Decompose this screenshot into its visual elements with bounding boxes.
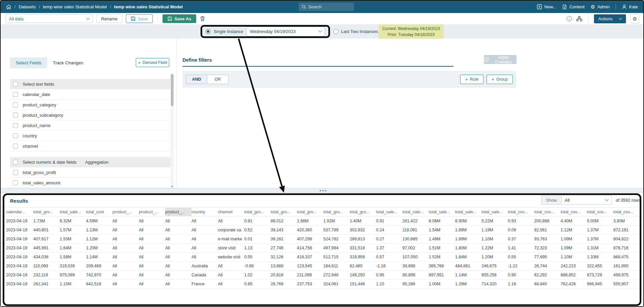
table-cell: 555,907 (613, 280, 640, 288)
drag-handle-dots[interactable] (320, 190, 326, 191)
breadcrumb-datasets[interactable]: Datasets (19, 4, 36, 9)
scrollbar-thumb[interactable] (171, 74, 174, 106)
table-cell: All (139, 262, 165, 270)
actions-button[interactable]: Actions (594, 14, 626, 23)
column-header[interactable]: total_gro... (297, 208, 323, 216)
column-header[interactable]: calendar... (6, 208, 33, 216)
table-cell: 440,601 (33, 226, 60, 234)
checkbox[interactable] (13, 133, 18, 138)
column-header[interactable]: total_cos... (587, 208, 613, 216)
content-button[interactable]: Content (562, 4, 585, 10)
table-cell: All (112, 253, 139, 261)
table-cell: 1.64M (60, 244, 86, 252)
table-header-row: calendar...total_gro...total_sale...tota… (1, 207, 643, 216)
table-row: 2023-04-19110,069319,539209,469AllAllAll… (1, 262, 643, 271)
column-header[interactable]: total_cos... (508, 208, 534, 216)
checkbox[interactable] (13, 82, 18, 87)
or-button[interactable]: OR (207, 75, 229, 84)
table-cell: 0.55 (244, 253, 271, 261)
column-header[interactable]: channel (218, 208, 244, 216)
panel-splitter[interactable] (1, 188, 643, 193)
column-header[interactable]: total_gro... (350, 208, 376, 216)
scrollbar-down-arrow[interactable]: ▾ (171, 185, 174, 188)
table-cell: 1.58M (60, 253, 86, 261)
apply-changes-button[interactable]: Apply Changes (484, 55, 517, 64)
add-group-button[interactable]: +Group (487, 75, 513, 84)
column-header[interactable]: total_sale... (481, 208, 508, 216)
table-cell: 6.90M (455, 217, 481, 225)
checkbox[interactable] (13, 160, 18, 165)
table-cell: 742,970 (86, 271, 112, 279)
table-cell: 1.80M (455, 244, 481, 252)
field-label: product_category (23, 102, 56, 107)
table-row: 2023-04-191.73M6.32M4.59MAllAllAllAllAll… (1, 217, 643, 226)
column-header[interactable]: total_cos... (534, 208, 561, 216)
new-button[interactable]: New... (537, 4, 556, 9)
info-icon[interactable]: i (567, 16, 572, 21)
instance-date-select[interactable]: Wednesday 04/19/2023 (246, 27, 325, 36)
column-header[interactable]: product_... (139, 208, 165, 216)
table-row: 2023-04-19434,0361.58M1.14MAllAllAllAllw… (1, 253, 643, 262)
derived-field-button[interactable]: + Derived Field (136, 58, 169, 67)
column-header[interactable]: total_sale... (455, 208, 481, 216)
tab-select-fields[interactable]: Select Fields (10, 57, 47, 68)
add-rule-button[interactable]: +Rule (460, 75, 484, 84)
search-input[interactable] (308, 5, 347, 9)
home-icon[interactable] (6, 4, 11, 9)
show-rows-select[interactable]: All (562, 195, 612, 205)
delete-icon[interactable] (200, 16, 205, 21)
column-header[interactable]: product_... (112, 208, 139, 216)
last-two-instances-option: Last Two Instances (333, 24, 378, 39)
column-header[interactable]: total_sale... (429, 208, 455, 216)
column-header[interactable]: total_cost (86, 208, 112, 216)
column-header[interactable]: total_sale... (376, 208, 402, 216)
last-two-instances-radio[interactable] (333, 29, 338, 34)
column-header[interactable]: product_...↑ (165, 208, 192, 216)
checkbox[interactable] (13, 92, 18, 97)
rename-button[interactable]: Rename (96, 14, 122, 23)
table-cell: 686,852 (561, 271, 587, 279)
table-cell: 1.10 (376, 280, 402, 288)
table-cell: 1.84M (455, 253, 481, 261)
table-cell: 1.73M (33, 217, 60, 225)
column-header[interactable]: total_gro... (323, 208, 350, 216)
search-box[interactable] (299, 3, 354, 11)
checkbox[interactable] (13, 113, 18, 118)
table-row: 2023-04-19232,119975,089742,970AllAllAll… (1, 271, 643, 280)
column-header[interactable]: total_cos... (561, 208, 587, 216)
table-cell: 1.89M (455, 235, 481, 243)
table-cell: 1.09M (561, 235, 587, 243)
column-header[interactable]: total_gro... (33, 208, 60, 216)
checkbox[interactable] (13, 123, 18, 128)
column-header[interactable]: total_sale... (60, 208, 86, 216)
breadcrumb-model[interactable]: temp wine sales Statistical Model (43, 4, 107, 9)
save-button[interactable]: Save (126, 14, 153, 23)
single-instance-radio[interactable] (206, 29, 211, 34)
column-header[interactable]: total_sale... (402, 208, 429, 216)
tab-track-changes[interactable]: Track Changes (47, 57, 89, 68)
column-header[interactable]: total_gro... (244, 208, 271, 216)
settings-gear-button[interactable]: ⚙ (630, 14, 639, 23)
checkbox[interactable] (13, 102, 18, 107)
column-header[interactable]: total_cos... (613, 208, 640, 216)
table-cell: 1.31M (587, 244, 613, 252)
toolbar: All data Rename Save Save As i Actions ⚙ (1, 13, 643, 24)
user-menu[interactable]: Kate (622, 4, 638, 9)
toolbar-divider (157, 15, 158, 23)
and-button[interactable]: AND (186, 75, 207, 84)
results-title: Results (10, 198, 28, 204)
admin-button[interactable]: ⚙ Admin (591, 4, 610, 9)
save-as-button[interactable]: Save As (163, 14, 196, 23)
fields-scrollbar[interactable]: ▾ (171, 73, 174, 188)
checkbox[interactable] (13, 144, 18, 149)
table-cell: All (112, 217, 139, 225)
dataset-select[interactable]: All data (5, 14, 93, 23)
checkbox[interactable] (13, 180, 18, 185)
checkbox[interactable] (13, 170, 18, 175)
define-filters-title: Define filters (183, 57, 212, 63)
table-cell: 524,782 (323, 235, 350, 243)
hierarchy-icon[interactable] (576, 16, 582, 21)
table-cell: All (112, 280, 139, 288)
column-header[interactable]: total_gro... (271, 208, 297, 216)
column-header[interactable]: country (192, 208, 218, 216)
